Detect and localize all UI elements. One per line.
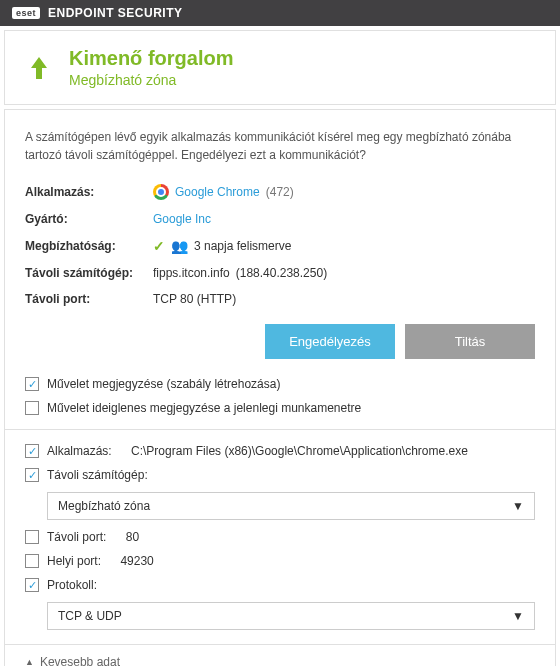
detail-app-checkbox[interactable] — [25, 444, 39, 458]
detail-remote-port-line[interactable]: Távoli port: 80 — [25, 530, 535, 544]
remote-zone-select[interactable]: Megbízható zóna ▼ — [47, 492, 535, 520]
application-name[interactable]: Google Chrome — [175, 185, 260, 199]
remember-session-label: Művelet ideiglenes megjegyzése a jelenle… — [47, 401, 361, 415]
row-remote-port: Távoli port: TCP 80 (HTTP) — [25, 292, 535, 306]
detail-local-port-line[interactable]: Helyi port: 49230 — [25, 554, 535, 568]
dialog-header: Kimenő forgalom Megbízható zóna — [4, 30, 556, 105]
row-remote-host: Távoli számítógép: fipps.itcon.info (188… — [25, 266, 535, 280]
remote-hostname: fipps.itcon.info — [153, 266, 230, 280]
dialog-title: Kimenő forgalom — [69, 47, 233, 70]
row-vendor: Gyártó: Google Inc — [25, 212, 535, 226]
detail-local-port-label: Helyi port: — [47, 554, 101, 568]
application-count: (472) — [266, 185, 294, 199]
remember-session-line[interactable]: Művelet ideiglenes megjegyzése a jelenle… — [25, 401, 535, 415]
row-application: Alkalmazás: Google Chrome (472) — [25, 184, 535, 200]
outbound-arrow-icon — [25, 54, 53, 82]
row-trust: Megbízhatóság: ✓ 👥 3 napja felismerve — [25, 238, 535, 254]
divider — [5, 429, 555, 430]
product-name: ENDPOINT SECURITY — [48, 6, 183, 20]
remember-session-checkbox[interactable] — [25, 401, 39, 415]
toggle-details-label: Kevesebb adat — [40, 655, 120, 666]
action-buttons: Engedélyezés Tiltás — [25, 324, 535, 359]
remote-zone-value: Megbízható zóna — [58, 499, 150, 513]
detail-app-line[interactable]: Alkalmazás: C:\Program Files (x86)\Googl… — [25, 444, 535, 458]
chrome-icon — [153, 184, 169, 200]
detail-app-label: Alkalmazás: — [47, 444, 112, 458]
detail-remote-label: Távoli számítógép: — [47, 468, 148, 482]
remote-port-value: TCP 80 (HTTP) — [153, 292, 236, 306]
label-remote-port: Távoli port: — [25, 292, 153, 306]
detail-remote-line[interactable]: Távoli számítógép: — [25, 468, 535, 482]
chevron-down-icon: ▼ — [512, 499, 524, 513]
label-application: Alkalmazás: — [25, 185, 153, 199]
detail-protocol-line[interactable]: Protokoll: — [25, 578, 535, 592]
detail-remote-port-label: Távoli port: — [47, 530, 106, 544]
protocol-select[interactable]: TCP & UDP ▼ — [47, 602, 535, 630]
label-remote-host: Távoli számítógép: — [25, 266, 153, 280]
detail-protocol-label: Protokoll: — [47, 578, 97, 592]
check-icon: ✓ — [153, 238, 165, 254]
remember-rule-label: Művelet megjegyzése (szabály létrehozása… — [47, 377, 280, 391]
detail-remote-checkbox[interactable] — [25, 468, 39, 482]
detail-protocol-checkbox[interactable] — [25, 578, 39, 592]
titlebar: eset ENDPOINT SECURITY — [0, 0, 560, 26]
label-vendor: Gyártó: — [25, 212, 153, 226]
trust-text: 3 napja felismerve — [194, 239, 291, 253]
people-icon: 👥 — [171, 238, 188, 254]
detail-app-path: C:\Program Files (x86)\Google\Chrome\App… — [131, 444, 468, 458]
detail-remote-port-checkbox[interactable] — [25, 530, 39, 544]
caret-up-icon: ▲ — [25, 657, 34, 666]
allow-button[interactable]: Engedélyezés — [265, 324, 395, 359]
dialog-subtitle: Megbízható zóna — [69, 72, 233, 88]
deny-button[interactable]: Tiltás — [405, 324, 535, 359]
vendor-name[interactable]: Google Inc — [153, 212, 211, 226]
toggle-details[interactable]: ▲ Kevesebb adat — [5, 644, 555, 666]
remember-rule-checkbox[interactable] — [25, 377, 39, 391]
chevron-down-icon: ▼ — [512, 609, 524, 623]
dialog-body: A számítógépen lévő egyik alkalmazás kom… — [4, 109, 556, 666]
detail-remote-port-value: 80 — [126, 530, 139, 544]
brand-logo: eset — [12, 7, 40, 19]
protocol-value: TCP & UDP — [58, 609, 122, 623]
label-trust: Megbízhatóság: — [25, 239, 153, 253]
remember-rule-line[interactable]: Művelet megjegyzése (szabály létrehozása… — [25, 377, 535, 391]
prompt-text: A számítógépen lévő egyik alkalmazás kom… — [25, 128, 535, 164]
remote-ip: (188.40.238.250) — [236, 266, 327, 280]
detail-local-port-value: 49230 — [120, 554, 153, 568]
detail-local-port-checkbox[interactable] — [25, 554, 39, 568]
